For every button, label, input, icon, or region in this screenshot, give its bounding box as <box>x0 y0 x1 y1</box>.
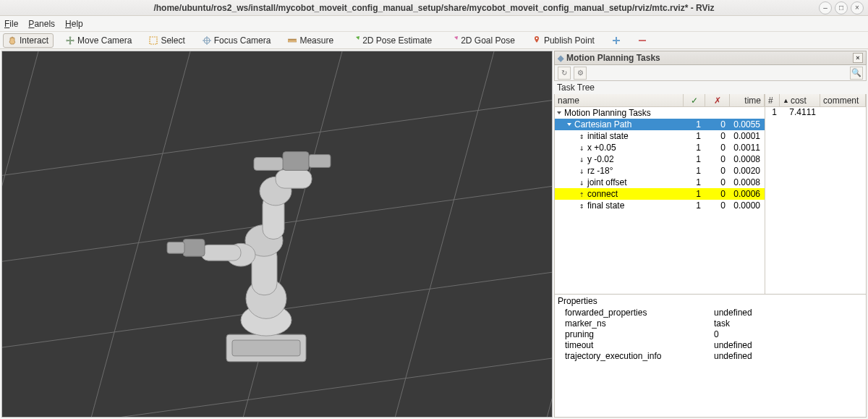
task-tree-row[interactable]: ⇡connect100.0006 <box>555 188 765 200</box>
tool-publish-point[interactable]: Publish Point <box>527 33 600 48</box>
menu-panels[interactable]: Panels <box>28 19 55 29</box>
pin-icon <box>532 36 541 45</box>
task-tree-row[interactable]: ↓y -0.02100.0008 <box>555 153 765 165</box>
task-row-check: 1 <box>684 177 705 187</box>
panel-title-text: Motion Planning Tasks <box>566 53 660 63</box>
task-row-label: y -0.02 <box>587 154 614 164</box>
task-tree-row[interactable]: Motion Planning Tasks <box>555 107 765 119</box>
panel-close-button[interactable]: × <box>853 53 863 63</box>
tool-focus-camera[interactable]: Focus Camera <box>197 33 276 48</box>
task-row-time: 0.0055 <box>730 119 765 130</box>
col-comment[interactable]: comment <box>820 94 866 106</box>
task-row-x: 0 <box>705 200 730 211</box>
properties-label: Properties <box>555 295 866 308</box>
properties-table[interactable]: forwarded_propertiesundefinedmarker_nsta… <box>555 308 866 417</box>
toolbar-label: 2D Pose Estimate <box>362 35 432 46</box>
panel-title-bar[interactable]: ◆ Motion Planning Tasks × <box>554 51 867 65</box>
result-number: 1 <box>765 107 780 119</box>
col-number[interactable]: # <box>765 94 780 106</box>
tool-move-camera[interactable]: Move Camera <box>61 33 137 48</box>
property-row[interactable]: timeoutundefined <box>555 340 866 351</box>
tool-select[interactable]: Select <box>144 33 190 48</box>
property-value: task <box>714 318 866 329</box>
svg-rect-36 <box>201 245 241 261</box>
refresh-button[interactable]: ↻ <box>558 67 571 80</box>
stage-icon: ↕ <box>578 201 585 211</box>
property-row[interactable]: marker_nstask <box>555 318 866 329</box>
svg-rect-37 <box>183 239 205 256</box>
svg-rect-31 <box>276 169 312 188</box>
menu-help[interactable]: Help <box>65 19 83 29</box>
task-row-label: final state <box>587 200 624 211</box>
svg-line-22 <box>537 51 552 417</box>
results-header[interactable]: # ▲cost comment <box>765 94 866 107</box>
window-titlebar: /home/ubuntu/ros2_ws/install/mycobot_mov… <box>0 0 868 16</box>
task-row-check: 1 <box>684 131 705 141</box>
col-x[interactable]: ✗ <box>705 94 730 106</box>
task-row-label: rz -18° <box>587 166 613 176</box>
3d-viewport[interactable] <box>1 51 553 418</box>
results-panel[interactable]: # ▲cost comment 17.4111 <box>765 94 866 294</box>
property-value: undefined <box>714 340 866 351</box>
task-tree-row[interactable]: ↓rz -18°100.0020 <box>555 165 765 177</box>
main-area: ◆ Motion Planning Tasks × ↻ ⚙ 🔍 Task Tre… <box>0 49 868 419</box>
svg-rect-32 <box>283 152 309 171</box>
task-tree[interactable]: name ✓ ✗ time Motion Planning TasksCarte… <box>555 94 765 294</box>
col-name[interactable]: name <box>555 94 684 106</box>
result-row[interactable]: 17.4111 <box>765 107 866 119</box>
toolbar: Interact Move Camera Select Focus Camera… <box>0 32 868 49</box>
toolbar-label: Move Camera <box>77 35 132 46</box>
task-row-label: connect <box>587 189 618 199</box>
search-button[interactable]: 🔍 <box>850 67 863 80</box>
task-tree-header[interactable]: name ✓ ✗ time <box>555 94 765 107</box>
window-close-button[interactable]: × <box>851 1 864 14</box>
tool-interact[interactable]: Interact <box>3 33 54 48</box>
task-tree-row[interactable]: Cartesian Path100.0055 <box>555 119 765 130</box>
tool-remove[interactable] <box>633 34 652 47</box>
svg-rect-34 <box>254 158 283 171</box>
tool-2d-pose-estimate[interactable]: 2D Pose Estimate <box>346 33 437 48</box>
svg-rect-24 <box>232 340 300 356</box>
property-key: trajectory_execution_info <box>565 351 714 362</box>
task-tree-row[interactable]: ↓x +0.05100.0011 <box>555 142 765 153</box>
col-cost[interactable]: ▲cost <box>780 94 820 106</box>
window-maximize-button[interactable]: □ <box>835 1 848 14</box>
property-row[interactable]: trajectory_execution_infoundefined <box>555 351 866 362</box>
hand-icon <box>8 36 17 45</box>
caret-icon[interactable] <box>557 111 561 114</box>
tool-measure[interactable]: Measure <box>283 33 339 48</box>
window-title: /home/ubuntu/ros2_ws/install/mycobot_mov… <box>153 3 714 13</box>
svg-rect-0 <box>150 37 157 44</box>
stage-icon: ↓ <box>578 155 585 164</box>
toolbar-label: Interact <box>20 35 48 46</box>
plus-icon <box>612 36 621 45</box>
diamond-icon: ◆ <box>558 54 563 63</box>
caret-icon[interactable] <box>567 123 571 126</box>
property-row[interactable]: forwarded_propertiesundefined <box>555 308 866 318</box>
task-tree-row[interactable]: ↓joint offset100.0008 <box>555 177 765 188</box>
window-minimize-button[interactable]: – <box>819 1 832 14</box>
task-row-check: 1 <box>684 154 705 164</box>
task-row-time: 0.0008 <box>730 154 765 164</box>
task-row-check: 1 <box>684 189 705 199</box>
task-row-check: 1 <box>684 200 705 211</box>
move-icon <box>66 36 75 45</box>
property-key: marker_ns <box>565 318 714 329</box>
task-row-x: 0 <box>705 119 730 130</box>
menu-bar: File Panels Help <box>0 16 868 32</box>
task-row-time: 0.0006 <box>730 189 765 199</box>
task-tree-row[interactable]: ↕final state100.0000 <box>555 200 765 211</box>
task-row-time: 0.0001 <box>730 131 765 141</box>
col-time[interactable]: time <box>730 94 765 106</box>
col-check[interactable]: ✓ <box>684 94 705 106</box>
task-row-time: 0.0000 <box>730 200 765 211</box>
task-tree-row[interactable]: ↕initial state100.0001 <box>555 130 765 142</box>
toolbar-label: 2D Goal Pose <box>461 35 515 46</box>
toolbar-label: Measure <box>299 35 333 46</box>
svg-rect-38 <box>167 242 184 253</box>
settings-button[interactable]: ⚙ <box>574 67 587 80</box>
tool-2d-goal-pose[interactable]: 2D Goal Pose <box>444 33 520 48</box>
tool-add[interactable] <box>607 34 626 47</box>
menu-file[interactable]: File <box>4 19 18 29</box>
property-row[interactable]: pruning0 <box>555 329 866 340</box>
